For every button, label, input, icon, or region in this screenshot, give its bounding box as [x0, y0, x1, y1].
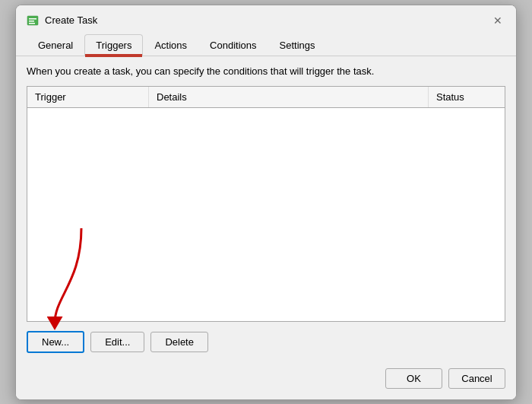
svg-rect-1 — [29, 18, 36, 20]
table-header: Trigger Details Status — [27, 87, 505, 108]
action-buttons: New... Edit... Delete — [27, 331, 505, 353]
content-area: When you create a task, you can specify … — [16, 56, 516, 399]
header-trigger: Trigger — [27, 87, 149, 107]
tab-actions[interactable]: Actions — [143, 34, 198, 56]
ok-button[interactable]: OK — [385, 368, 442, 389]
cancel-button[interactable]: Cancel — [448, 368, 505, 389]
tab-triggers[interactable]: Triggers — [84, 34, 143, 56]
window-title: Create Task — [45, 14, 97, 26]
close-button[interactable]: ✕ — [490, 13, 505, 28]
tab-settings[interactable]: Settings — [268, 34, 327, 56]
tab-bar: General Triggers Actions Conditions Sett… — [16, 28, 516, 56]
svg-rect-3 — [29, 23, 35, 24]
new-button[interactable]: New... — [27, 331, 84, 353]
tab-general[interactable]: General — [27, 34, 84, 56]
header-status: Status — [429, 87, 505, 107]
title-bar: Create Task ✕ — [16, 5, 516, 28]
bottom-buttons: OK Cancel — [27, 362, 505, 392]
edit-button[interactable]: Edit... — [90, 332, 144, 352]
svg-rect-2 — [29, 21, 34, 22]
triggers-table: Trigger Details Status — [27, 86, 505, 322]
title-bar-left: Create Task — [27, 14, 97, 27]
button-section: New... Edit... Delete — [27, 331, 505, 353]
table-body — [27, 108, 505, 321]
header-details: Details — [149, 87, 429, 107]
create-task-window: Create Task ✕ General Triggers Actions C… — [15, 5, 517, 400]
tab-conditions[interactable]: Conditions — [198, 34, 268, 56]
description-text: When you create a task, you can specify … — [27, 64, 505, 78]
window-icon — [27, 14, 39, 27]
delete-button[interactable]: Delete — [150, 332, 208, 352]
